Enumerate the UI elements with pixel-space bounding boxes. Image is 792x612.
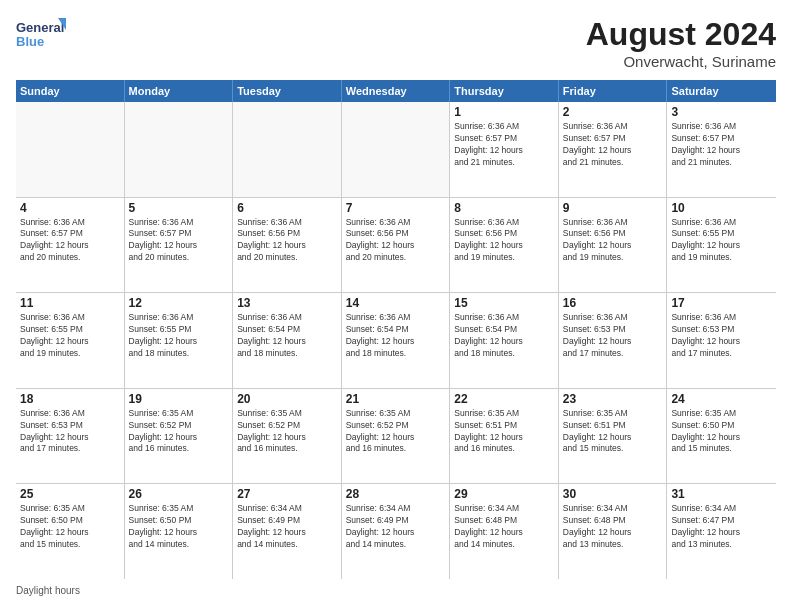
day-number: 13	[237, 296, 337, 310]
day-number: 3	[671, 105, 772, 119]
day-info: Sunrise: 6:36 AM Sunset: 6:57 PM Dayligh…	[20, 217, 120, 265]
day-number: 29	[454, 487, 554, 501]
calendar-cell: 5Sunrise: 6:36 AM Sunset: 6:57 PM Daylig…	[125, 198, 234, 293]
day-info: Sunrise: 6:36 AM Sunset: 6:56 PM Dayligh…	[563, 217, 663, 265]
calendar-cell: 4Sunrise: 6:36 AM Sunset: 6:57 PM Daylig…	[16, 198, 125, 293]
calendar-cell: 31Sunrise: 6:34 AM Sunset: 6:47 PM Dayli…	[667, 484, 776, 579]
day-number: 24	[671, 392, 772, 406]
day-number: 31	[671, 487, 772, 501]
calendar-row-4: 25Sunrise: 6:35 AM Sunset: 6:50 PM Dayli…	[16, 484, 776, 579]
main-title: August 2024	[586, 16, 776, 53]
subtitle: Onverwacht, Suriname	[586, 53, 776, 70]
day-info: Sunrise: 6:36 AM Sunset: 6:55 PM Dayligh…	[129, 312, 229, 360]
calendar-cell: 20Sunrise: 6:35 AM Sunset: 6:52 PM Dayli…	[233, 389, 342, 484]
day-info: Sunrise: 6:36 AM Sunset: 6:57 PM Dayligh…	[563, 121, 663, 169]
day-info: Sunrise: 6:36 AM Sunset: 6:57 PM Dayligh…	[454, 121, 554, 169]
day-info: Sunrise: 6:36 AM Sunset: 6:53 PM Dayligh…	[671, 312, 772, 360]
header-cell-monday: Monday	[125, 80, 234, 102]
header: General Blue August 2024 Onverwacht, Sur…	[16, 16, 776, 70]
calendar-cell: 22Sunrise: 6:35 AM Sunset: 6:51 PM Dayli…	[450, 389, 559, 484]
calendar-cell: 15Sunrise: 6:36 AM Sunset: 6:54 PM Dayli…	[450, 293, 559, 388]
calendar-cell: 3Sunrise: 6:36 AM Sunset: 6:57 PM Daylig…	[667, 102, 776, 197]
header-cell-tuesday: Tuesday	[233, 80, 342, 102]
day-number: 9	[563, 201, 663, 215]
day-info: Sunrise: 6:36 AM Sunset: 6:55 PM Dayligh…	[671, 217, 772, 265]
day-number: 19	[129, 392, 229, 406]
logo: General Blue	[16, 16, 66, 54]
calendar-cell: 14Sunrise: 6:36 AM Sunset: 6:54 PM Dayli…	[342, 293, 451, 388]
calendar-cell: 28Sunrise: 6:34 AM Sunset: 6:49 PM Dayli…	[342, 484, 451, 579]
calendar-cell: 1Sunrise: 6:36 AM Sunset: 6:57 PM Daylig…	[450, 102, 559, 197]
day-number: 23	[563, 392, 663, 406]
footer: Daylight hours	[16, 585, 776, 596]
calendar-cell	[233, 102, 342, 197]
calendar-cell: 26Sunrise: 6:35 AM Sunset: 6:50 PM Dayli…	[125, 484, 234, 579]
calendar-cell: 13Sunrise: 6:36 AM Sunset: 6:54 PM Dayli…	[233, 293, 342, 388]
day-number: 14	[346, 296, 446, 310]
calendar-cell: 17Sunrise: 6:36 AM Sunset: 6:53 PM Dayli…	[667, 293, 776, 388]
day-info: Sunrise: 6:35 AM Sunset: 6:50 PM Dayligh…	[129, 503, 229, 551]
svg-text:Blue: Blue	[16, 34, 44, 49]
day-number: 1	[454, 105, 554, 119]
calendar-cell	[16, 102, 125, 197]
day-number: 30	[563, 487, 663, 501]
calendar-cell: 12Sunrise: 6:36 AM Sunset: 6:55 PM Dayli…	[125, 293, 234, 388]
header-cell-thursday: Thursday	[450, 80, 559, 102]
calendar-header: SundayMondayTuesdayWednesdayThursdayFrid…	[16, 80, 776, 102]
day-info: Sunrise: 6:36 AM Sunset: 6:56 PM Dayligh…	[346, 217, 446, 265]
header-cell-saturday: Saturday	[667, 80, 776, 102]
day-info: Sunrise: 6:36 AM Sunset: 6:56 PM Dayligh…	[454, 217, 554, 265]
day-number: 6	[237, 201, 337, 215]
day-number: 5	[129, 201, 229, 215]
day-info: Sunrise: 6:36 AM Sunset: 6:57 PM Dayligh…	[671, 121, 772, 169]
calendar-cell: 27Sunrise: 6:34 AM Sunset: 6:49 PM Dayli…	[233, 484, 342, 579]
calendar-cell	[125, 102, 234, 197]
day-info: Sunrise: 6:35 AM Sunset: 6:50 PM Dayligh…	[671, 408, 772, 456]
svg-text:General: General	[16, 20, 64, 35]
day-number: 18	[20, 392, 120, 406]
day-info: Sunrise: 6:35 AM Sunset: 6:52 PM Dayligh…	[346, 408, 446, 456]
calendar-cell: 30Sunrise: 6:34 AM Sunset: 6:48 PM Dayli…	[559, 484, 668, 579]
day-info: Sunrise: 6:35 AM Sunset: 6:52 PM Dayligh…	[237, 408, 337, 456]
day-info: Sunrise: 6:36 AM Sunset: 6:55 PM Dayligh…	[20, 312, 120, 360]
page: General Blue August 2024 Onverwacht, Sur…	[0, 0, 792, 612]
calendar-row-3: 18Sunrise: 6:36 AM Sunset: 6:53 PM Dayli…	[16, 389, 776, 485]
calendar-cell: 8Sunrise: 6:36 AM Sunset: 6:56 PM Daylig…	[450, 198, 559, 293]
day-info: Sunrise: 6:35 AM Sunset: 6:51 PM Dayligh…	[563, 408, 663, 456]
day-number: 21	[346, 392, 446, 406]
day-info: Sunrise: 6:36 AM Sunset: 6:54 PM Dayligh…	[454, 312, 554, 360]
calendar-cell: 18Sunrise: 6:36 AM Sunset: 6:53 PM Dayli…	[16, 389, 125, 484]
day-info: Sunrise: 6:34 AM Sunset: 6:49 PM Dayligh…	[237, 503, 337, 551]
day-info: Sunrise: 6:35 AM Sunset: 6:52 PM Dayligh…	[129, 408, 229, 456]
day-number: 7	[346, 201, 446, 215]
day-number: 16	[563, 296, 663, 310]
day-number: 26	[129, 487, 229, 501]
day-info: Sunrise: 6:36 AM Sunset: 6:54 PM Dayligh…	[346, 312, 446, 360]
calendar-cell: 9Sunrise: 6:36 AM Sunset: 6:56 PM Daylig…	[559, 198, 668, 293]
day-info: Sunrise: 6:34 AM Sunset: 6:47 PM Dayligh…	[671, 503, 772, 551]
calendar-cell: 24Sunrise: 6:35 AM Sunset: 6:50 PM Dayli…	[667, 389, 776, 484]
calendar-cell: 25Sunrise: 6:35 AM Sunset: 6:50 PM Dayli…	[16, 484, 125, 579]
day-info: Sunrise: 6:34 AM Sunset: 6:48 PM Dayligh…	[563, 503, 663, 551]
logo-svg: General Blue	[16, 16, 66, 54]
calendar-cell: 6Sunrise: 6:36 AM Sunset: 6:56 PM Daylig…	[233, 198, 342, 293]
calendar-cell: 29Sunrise: 6:34 AM Sunset: 6:48 PM Dayli…	[450, 484, 559, 579]
day-number: 4	[20, 201, 120, 215]
day-number: 10	[671, 201, 772, 215]
day-number: 27	[237, 487, 337, 501]
day-number: 22	[454, 392, 554, 406]
calendar-cell: 2Sunrise: 6:36 AM Sunset: 6:57 PM Daylig…	[559, 102, 668, 197]
day-number: 20	[237, 392, 337, 406]
calendar-cell: 10Sunrise: 6:36 AM Sunset: 6:55 PM Dayli…	[667, 198, 776, 293]
day-info: Sunrise: 6:35 AM Sunset: 6:51 PM Dayligh…	[454, 408, 554, 456]
title-block: August 2024 Onverwacht, Suriname	[586, 16, 776, 70]
day-number: 8	[454, 201, 554, 215]
calendar-cell: 23Sunrise: 6:35 AM Sunset: 6:51 PM Dayli…	[559, 389, 668, 484]
day-number: 2	[563, 105, 663, 119]
calendar-cell: 11Sunrise: 6:36 AM Sunset: 6:55 PM Dayli…	[16, 293, 125, 388]
day-number: 12	[129, 296, 229, 310]
day-info: Sunrise: 6:35 AM Sunset: 6:50 PM Dayligh…	[20, 503, 120, 551]
calendar-body: 1Sunrise: 6:36 AM Sunset: 6:57 PM Daylig…	[16, 102, 776, 579]
day-info: Sunrise: 6:34 AM Sunset: 6:49 PM Dayligh…	[346, 503, 446, 551]
day-info: Sunrise: 6:36 AM Sunset: 6:57 PM Dayligh…	[129, 217, 229, 265]
